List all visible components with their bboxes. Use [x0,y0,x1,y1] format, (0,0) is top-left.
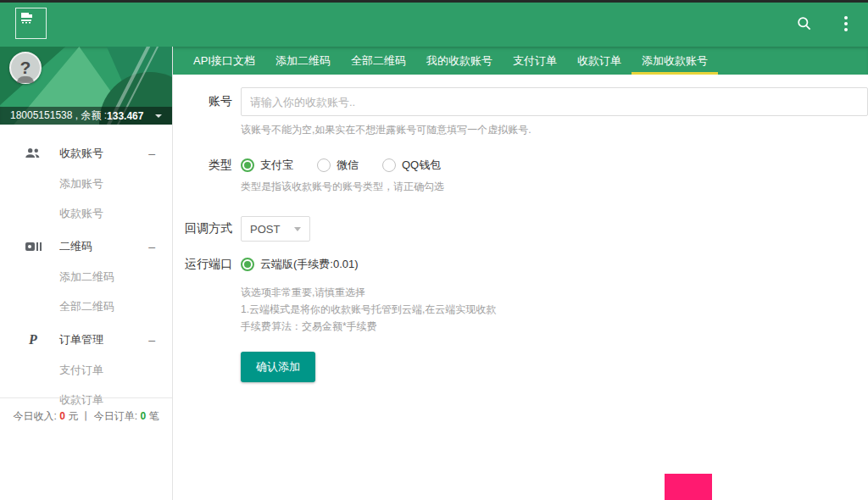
more-vert-icon [844,16,848,31]
port-hint-line: 手续费算法：交易金额*手续费 [241,318,868,335]
overflow-menu-button[interactable] [836,14,856,34]
menu-group-qrcode: 二维码 – 添加二维码 全部二维码 [0,235,172,318]
account-input[interactable] [241,87,868,116]
sidebar-item-add-qrcode[interactable]: 添加二维码 [0,265,172,288]
account-label: 账号 [173,94,232,109]
sidebar-item-receive-accounts[interactable]: 收款账号 – [0,142,172,165]
sidebar: ? 18005151538 , 余额 : 133.467 收款账号 – 添加账号… [0,47,173,500]
sidebar-item-pay-orders[interactable]: 支付订单 [0,358,172,381]
radio-alipay[interactable]: 支付宝 [241,158,293,173]
callback-row: 回调方式 POST [173,216,868,242]
callback-method-select[interactable]: POST [241,216,310,242]
account-row: 账号 [173,87,868,116]
port-hint-line: 该选项非常重要,请慎重选择 [241,284,868,301]
income-unit: 元 [68,410,78,422]
port-hint-line: 1.云端模式是将你的收款账号托管到云端,在云端实现收款 [241,301,868,318]
sidebar-menu: 收款账号 – 添加账号 收款账号 二维码 – 添加二维码 全部二维码 P 订单管… [0,125,172,411]
radio-label: 微信 [337,158,359,173]
paypal-icon: P [24,332,42,347]
avatar[interactable]: ? [9,52,42,84]
top-nav-tabs: API接口文档 添加二维码 全部二维码 我的收款账号 支付订单 收款订单 添加收… [172,47,868,75]
sidebar-item-all-qrcodes[interactable]: 全部二维码 [0,295,172,318]
orders-unit: 笔 [149,410,159,422]
app-header [0,0,868,47]
type-label: 类型 [173,158,232,173]
radio-selected-icon [241,258,254,271]
sidebar-item-receive-account[interactable]: 收款账号 [0,202,172,225]
account-balance-bar[interactable]: 18005151538 , 余额 : 133.467 [0,107,172,125]
type-hint: 类型是指该收款账号的账号类型，请正确勾选 [241,180,868,194]
type-row: 类型 支付宝 微信 QQ钱包 [173,158,868,173]
sidebar-item-label: 订单管理 [59,332,103,347]
sidebar-item-label: 收款账号 [59,146,103,161]
radio-unselected-icon [382,158,396,172]
orders-value: 0 [141,410,147,422]
account-phone-balance-label: 18005151538 , 余额 : [10,108,107,123]
radio-label: 支付宝 [260,158,293,173]
browser-top-edge [0,0,868,3]
confirm-add-button[interactable]: 确认添加 [241,352,315,382]
tab-pay-orders[interactable]: 支付订单 [503,47,567,75]
income-value: 0 [59,410,65,422]
tab-add-qrcode[interactable]: 添加二维码 [265,47,341,75]
sidebar-item-order-management[interactable]: P 订单管理 – [0,328,172,352]
account-hint: 该账号不能为空,如果实在不想泄露账号可随意填写一个虚拟账号. [241,123,868,137]
main-content: 账号 该账号不能为空,如果实在不想泄露账号可随意填写一个虚拟账号. 类型 支付宝… [173,75,868,500]
balance-value: 133.467 [107,110,143,122]
people-icon [24,147,42,159]
qrcode-icon [24,242,42,251]
chevron-down-icon [294,227,301,231]
menu-group-accounts: 收款账号 – 添加账号 收款账号 [0,142,172,225]
tab-my-accounts[interactable]: 我的收款账号 [416,47,503,75]
add-account-form: 账号 该账号不能为空,如果实在不想泄露账号可随意填写一个虚拟账号. 类型 支付宝… [173,75,868,382]
radio-label: QQ钱包 [402,158,441,173]
tab-add-account-active[interactable]: 添加收款账号 [632,47,718,75]
tab-all-qrcodes[interactable]: 全部二维码 [341,47,416,75]
tab-api-docs[interactable]: API接口文档 [183,47,265,75]
sidebar-item-qrcode[interactable]: 二维码 – [0,235,172,258]
chevron-down-icon [155,114,162,118]
stats-separator: 丨 [81,410,92,422]
radio-wechat[interactable]: 微信 [317,158,359,173]
app-logo[interactable] [15,8,47,39]
search-icon [796,15,812,31]
port-label: 运行端口 [173,257,232,272]
callback-label: 回调方式 [173,221,232,236]
tab-receive-orders[interactable]: 收款订单 [567,47,632,75]
port-row: 运行端口 云端版(手续费:0.01) [173,257,868,272]
collapse-minus-icon[interactable]: – [148,333,155,347]
pink-overlay-box [665,474,712,500]
radio-selected-icon [241,158,254,172]
search-button[interactable] [793,14,814,34]
orders-label: 今日订单: [94,410,137,422]
type-radio-group: 支付宝 微信 QQ钱包 [241,158,441,173]
income-label: 今日收入: [13,410,56,422]
radio-label: 云端版(手续费:0.01) [260,257,359,272]
daily-stats: 今日收入: 0 元 丨 今日订单: 0 笔 [0,397,172,424]
sidebar-item-add-account[interactable]: 添加账号 [0,172,172,195]
sidebar-profile-banner: ? 18005151538 , 余额 : 133.467 [0,47,172,125]
collapse-minus-icon[interactable]: – [148,147,155,160]
callback-selected-value: POST [250,223,280,236]
radio-unselected-icon [317,158,331,172]
sidebar-item-label: 二维码 [59,239,92,254]
port-hints: 该选项非常重要,请慎重选择 1.云端模式是将你的收款账号托管到云端,在云端实现收… [241,284,868,335]
radio-qq-wallet[interactable]: QQ钱包 [382,158,441,173]
radio-cloud-version[interactable]: 云端版(手续费:0.01) [241,257,359,272]
logo-icon [20,12,34,24]
collapse-minus-icon[interactable]: – [148,240,155,253]
